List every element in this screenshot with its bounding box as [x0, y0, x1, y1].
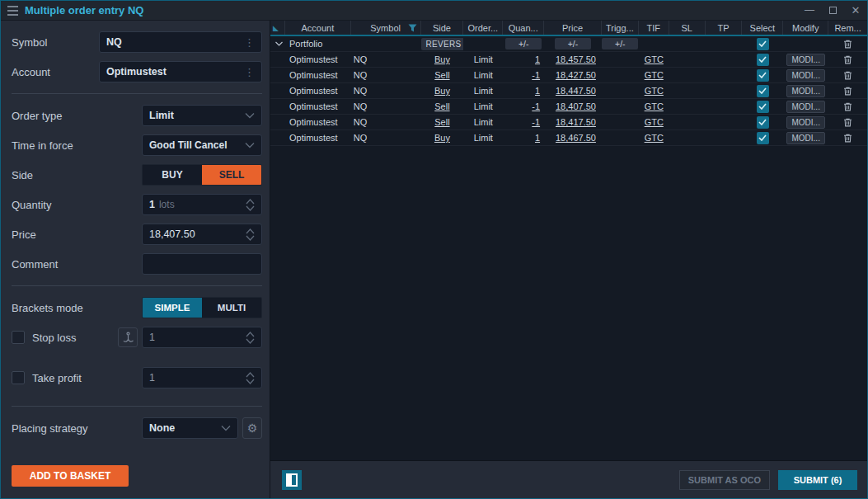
maximize-icon[interactable] [828, 6, 838, 16]
submit-button[interactable]: SUBMIT (6) [778, 470, 857, 490]
quantity-stepper[interactable]: 1 lots [142, 194, 262, 215]
row-quantity-link[interactable]: 1 [535, 54, 540, 64]
row-tif-link[interactable]: GTC [645, 70, 664, 80]
row-tif-link[interactable]: GTC [645, 117, 664, 127]
sell-button[interactable]: SELL [202, 165, 261, 185]
row-tif-link[interactable]: GTC [645, 54, 664, 64]
minimize-icon[interactable]: — [805, 6, 814, 16]
account-input[interactable]: Optimustest ⋮ [99, 61, 262, 82]
reverse-button[interactable]: REVERS [421, 38, 464, 50]
take-profit-checkbox[interactable] [12, 371, 25, 384]
stop-loss-input[interactable]: 1 [142, 327, 262, 348]
row-price-link[interactable]: 18,427.50 [556, 70, 596, 80]
trash-icon[interactable] [842, 70, 853, 81]
stepper-icon[interactable] [246, 228, 255, 241]
table-row[interactable]: Optimustest NQ Buy Limit 1 18,447.50 GTC… [270, 83, 867, 99]
kebab-icon[interactable]: ⋮ [244, 37, 255, 48]
stop-loss-checkbox[interactable] [12, 331, 25, 344]
price-plus-minus-button[interactable]: +/- [555, 38, 591, 49]
column-header-tp[interactable]: TP [706, 21, 743, 35]
time-in-force-select[interactable]: Good Till Cancel [142, 134, 262, 156]
menu-icon[interactable] [7, 6, 18, 16]
filter-icon[interactable] [408, 24, 417, 34]
buy-button[interactable]: BUY [143, 165, 202, 185]
column-header-symbol[interactable]: Symbol [351, 21, 421, 35]
add-to-basket-button[interactable]: ADD TO BASKET [12, 465, 129, 487]
row-modify-button[interactable]: MODI... [786, 85, 824, 97]
chevron-down-icon[interactable] [270, 36, 285, 51]
row-quantity-link[interactable]: -1 [532, 70, 540, 80]
select-all-checkbox[interactable] [757, 38, 769, 50]
row-price-link[interactable]: 18,457.50 [556, 54, 596, 64]
column-header-price[interactable]: Price [544, 21, 602, 35]
trash-icon[interactable] [842, 117, 853, 128]
table-row[interactable]: Optimustest NQ Sell Limit -1 18,407.50 G… [270, 99, 867, 115]
row-select-checkbox[interactable] [757, 132, 769, 144]
row-select-checkbox[interactable] [757, 116, 769, 129]
comment-input[interactable] [142, 253, 262, 275]
row-quantity-link[interactable]: -1 [532, 101, 540, 111]
column-header-sl[interactable]: SL [669, 21, 706, 35]
row-quantity-link[interactable]: -1 [532, 117, 540, 127]
row-price-link[interactable]: 18,447.50 [556, 86, 596, 96]
row-select-checkbox[interactable] [757, 69, 769, 82]
row-price-link[interactable]: 18,417.50 [556, 117, 596, 127]
row-quantity-link[interactable]: 1 [535, 86, 540, 96]
table-row[interactable]: Optimustest NQ Buy Limit 1 18,457.50 GTC… [270, 52, 867, 68]
row-select-checkbox[interactable] [757, 85, 769, 97]
row-tif-link[interactable]: GTC [645, 86, 664, 96]
column-header-quantity[interactable]: Quan... [503, 21, 544, 35]
row-modify-button[interactable]: MODI... [786, 54, 824, 66]
row-side-link[interactable]: Buy [434, 133, 450, 143]
row-modify-button[interactable]: MODI... [786, 132, 824, 144]
table-row[interactable]: Optimustest NQ Buy Limit 1 18,467.50 GTC… [270, 130, 867, 146]
trash-icon[interactable] [842, 133, 853, 144]
close-icon[interactable]: ✕ [851, 6, 861, 16]
quantity-plus-minus-button[interactable]: +/- [505, 38, 542, 49]
row-side-link[interactable]: Sell [434, 70, 449, 80]
row-modify-button[interactable]: MODI... [786, 116, 824, 129]
column-header-ordertype[interactable]: Order... [463, 21, 503, 35]
take-profit-input[interactable]: 1 [142, 367, 262, 388]
submit-as-oco-button[interactable]: SUBMIT AS OCO [679, 470, 770, 490]
trash-icon[interactable] [842, 101, 853, 112]
stepper-icon[interactable] [246, 372, 255, 384]
row-modify-button[interactable]: MODI... [786, 101, 824, 113]
sort-corner-icon[interactable]: ◣ [270, 21, 285, 35]
row-select-checkbox[interactable] [757, 54, 769, 66]
row-side-link[interactable]: Sell [434, 117, 449, 127]
trash-icon[interactable] [842, 54, 853, 65]
table-row[interactable]: Optimustest NQ Sell Limit -1 18,427.50 G… [270, 68, 867, 83]
row-price-link[interactable]: 18,407.50 [556, 101, 596, 111]
row-side-link[interactable]: Buy [434, 86, 450, 96]
row-side-link[interactable]: Sell [434, 101, 449, 111]
placing-strategy-select[interactable]: None [142, 417, 238, 439]
row-side-link[interactable]: Buy [434, 54, 450, 64]
multi-button[interactable]: MULTI [202, 298, 261, 318]
simple-button[interactable]: SIMPLE [143, 298, 202, 318]
trash-icon[interactable] [842, 39, 853, 49]
order-type-select[interactable]: Limit [142, 105, 262, 126]
trigger-plus-minus-button[interactable]: +/- [602, 38, 638, 49]
column-header-modify[interactable]: Modify [783, 21, 828, 35]
column-header-select[interactable]: Select [742, 21, 783, 35]
panel-toggle-icon[interactable] [282, 470, 302, 490]
column-header-trigger[interactable]: Trigg... [602, 21, 639, 35]
trash-icon[interactable] [842, 86, 853, 97]
column-header-side[interactable]: Side [421, 21, 464, 35]
gear-icon[interactable]: ⚙ [242, 417, 262, 439]
row-tif-link[interactable]: GTC [645, 101, 664, 111]
column-header-tif[interactable]: TIF [639, 21, 669, 35]
row-select-checkbox[interactable] [757, 101, 769, 113]
stepper-icon[interactable] [246, 199, 255, 211]
stepper-icon[interactable] [246, 332, 255, 344]
symbol-input[interactable]: NQ ⋮ [99, 31, 262, 53]
column-header-remove[interactable]: Rem... [828, 21, 867, 35]
row-modify-button[interactable]: MODI... [786, 69, 824, 82]
kebab-icon[interactable]: ⋮ [244, 67, 255, 78]
row-quantity-link[interactable]: 1 [535, 133, 540, 143]
table-row[interactable]: Optimustest NQ Sell Limit -1 18,417.50 G… [270, 115, 867, 130]
price-stepper[interactable]: 18,407.50 [142, 224, 262, 245]
row-tif-link[interactable]: GTC [645, 133, 664, 143]
row-price-link[interactable]: 18,467.50 [556, 133, 596, 143]
